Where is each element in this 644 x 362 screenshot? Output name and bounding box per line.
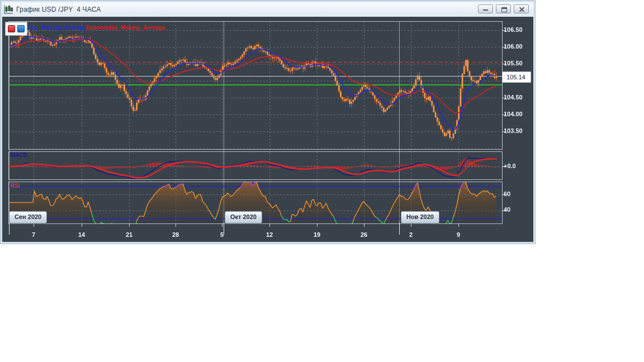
x-axis-label: 12 [262, 231, 277, 238]
x-axis-label: 19 [310, 231, 324, 238]
x-axis-label: 28 [168, 231, 183, 238]
indicator-color-buttons [5, 22, 27, 36]
chart-client-area: Exponential_Moving_Average Exponential_M… [2, 17, 533, 242]
x-axis-label: 7 [26, 231, 41, 238]
desktop: График USD /JPY 4 ЧАСА Exponential_Movin… [0, 0, 644, 362]
x-axis-label: 5 [215, 231, 229, 238]
maximize-icon [501, 7, 507, 12]
price-chart-canvas[interactable] [2, 17, 533, 242]
window-titlebar[interactable]: График USD /JPY 4 ЧАСА [2, 2, 533, 17]
x-axis-label: 26 [357, 231, 371, 238]
current-price-box: 105.14 [502, 72, 531, 83]
current-price-value: 105.14 [503, 74, 525, 80]
macd-zero-label: +0.0 [504, 163, 516, 169]
x-axis-label: 9 [451, 231, 466, 238]
chart-window: График USD /JPY 4 ЧАСА Exponential_Movin… [0, 0, 536, 244]
rsi-tick-40: 40 [504, 206, 510, 213]
month-label-button[interactable]: Окт 2020 [225, 211, 262, 223]
price-axis-label: 106.00 [504, 43, 523, 50]
rsi-panel-label: RSI [11, 183, 20, 189]
price-axis-label: 105.50 [504, 60, 523, 66]
minimize-button[interactable] [478, 4, 493, 13]
x-axis-label: 14 [74, 231, 89, 238]
rsi-tick-60: 60 [504, 190, 510, 197]
month-label-button[interactable]: Нов 2020 [401, 211, 439, 223]
minimize-icon [483, 9, 488, 11]
price-axis-label: 104.50 [504, 94, 523, 101]
price-axis-label: 106.50 [504, 26, 523, 33]
x-axis-label: 2 [404, 231, 418, 238]
ema-fast-color-button[interactable] [17, 25, 25, 32]
window-controls [478, 4, 529, 13]
maximize-button[interactable] [496, 4, 511, 13]
legend-ema-slow[interactable]: Exponential_Moving_Average [86, 25, 165, 31]
close-button[interactable] [514, 4, 529, 13]
x-axis-label: 21 [122, 231, 136, 238]
window-title: График USD /JPY 4 ЧАСА [16, 6, 101, 13]
ema-slow-color-button[interactable] [8, 25, 15, 32]
candlestick-chart-icon [3, 4, 13, 15]
macd-panel-label: MACD [11, 152, 27, 158]
price-axis-label: 104.00 [504, 111, 523, 117]
price-axis-label: 103.50 [504, 127, 523, 134]
month-label-button[interactable]: Сен 2020 [9, 211, 47, 223]
